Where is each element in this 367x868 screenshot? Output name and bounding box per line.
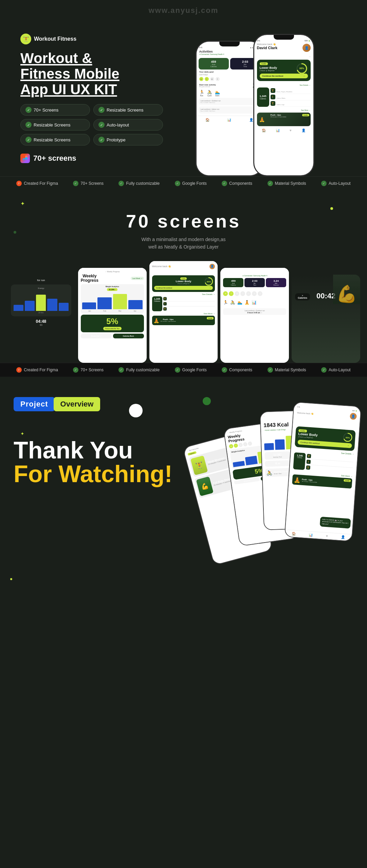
badge-prototype: ✓ Prototype	[93, 134, 163, 145]
see-details-s3[interactable]: See Details →	[202, 293, 215, 295]
feature2-components: ✓ Components	[222, 367, 252, 373]
recom-card: 🧘 Push - Ups 30 minutes ⊙ Intermediate C…	[257, 113, 311, 126]
bar-feb	[97, 297, 111, 309]
check-dot: ✓	[321, 181, 327, 186]
continue-btn-s3[interactable]: Continue the workout →	[154, 286, 213, 290]
badge-label: Prototype	[107, 137, 126, 142]
bar-1	[14, 305, 23, 311]
badge-label: Auto-layout	[107, 122, 129, 127]
day-mon: M	[223, 291, 228, 296]
greet-s4: Welcome back 👋	[297, 411, 313, 415]
check-dot-2: ✓	[222, 367, 227, 373]
brand-icon: 🏋	[20, 34, 31, 44]
avatar-s4: 👤	[350, 413, 357, 420]
check-dot: ✓	[222, 181, 227, 186]
lunges-cal: 25kcal	[304, 96, 310, 98]
feature-bar-1: F Created For Figma ✓ 70+ Screens ✓ Full…	[0, 176, 367, 190]
nav-home-s4[interactable]: 🏠	[292, 532, 296, 536]
day-circle-thu: T	[216, 77, 220, 81]
stat-s4-1: 459 Kcal Calories	[223, 278, 243, 287]
check-dot-2: ✓	[118, 367, 124, 373]
activity-lunges: 🚶 Lunges Calves, Glutes 25kcal	[271, 94, 311, 100]
nav-chart-s4[interactable]: 📊	[309, 533, 313, 537]
check-dot-2: ✓	[73, 367, 78, 373]
svg-point-2	[25, 157, 27, 160]
see-more[interactable]: See More →	[301, 109, 310, 111]
nav-home-icon[interactable]: 🏠	[205, 118, 209, 122]
feature2-label: Fully customizable	[126, 368, 160, 372]
last-workout2-time: Nov 11 2023 • 08:33 am	[201, 110, 258, 112]
swim-icon: 🏊	[215, 90, 220, 95]
recom-exercise-icon: 🧘	[257, 117, 265, 122]
circle-svg: 66%	[204, 277, 214, 286]
see-details[interactable]: See Details →	[300, 84, 311, 86]
check-dot-2: ✓	[321, 367, 327, 373]
svg-rect-4	[23, 158, 25, 160]
nav-heart-s4[interactable]: ♥	[326, 534, 328, 538]
recent-label: Recent Activity	[257, 84, 274, 86]
stat-label: Calories	[200, 65, 227, 67]
activity-pushups: 🏋 Push - Ups Boxes, Tricpes, Shoulders 1…	[271, 87, 311, 94]
bar-mar	[113, 294, 127, 309]
feature2-customizable: ✓ Fully customizable	[118, 367, 160, 373]
screens-count-title: 70 screens	[0, 211, 367, 232]
thank-yellow: For Watching!	[14, 461, 172, 487]
nav-chart2-icon[interactable]: 📊	[276, 129, 280, 132]
day-tue: T	[229, 291, 234, 296]
recom-card-s3: 🧘 Push - Ups 30 minutes • Intermediate C…	[152, 316, 215, 325]
badge-label: Resizable Screens	[34, 122, 70, 127]
workout-meta-s3: 2 hours ▲ Beginner	[154, 283, 213, 284]
nav-person-s4[interactable]: 👤	[341, 535, 345, 539]
feature-label: Google Fonts	[182, 181, 207, 186]
squats-sub: Calves, Legs	[277, 104, 303, 105]
figma-dot: F	[16, 181, 22, 186]
cycle-s4: 🚴Cycle	[230, 300, 235, 307]
stat-s4-2: 2:03 Min Time	[244, 278, 265, 287]
bar-2	[25, 301, 35, 311]
check-dot: ✓	[175, 181, 180, 186]
arrow-s3: →	[209, 287, 211, 289]
feature-figma: F Created For Figma	[16, 181, 58, 186]
check-dot: ✓	[268, 181, 273, 186]
cycle-icon: 🚴	[207, 90, 212, 95]
run-s4: 🏃Run	[223, 300, 228, 307]
screen-preview-timer: 💪 00:42 ▼ Calories	[292, 275, 360, 363]
calories-s3: 1,345 Calories	[152, 296, 162, 311]
stat-icon-s4: 📊Stat	[252, 300, 257, 307]
nav-home2-icon[interactable]: 🏠	[262, 129, 266, 132]
recom-meta-s3: 30 minutes • Intermediate	[161, 320, 176, 322]
feature-label: Fully customizable	[126, 181, 160, 186]
deco-dot-1	[330, 207, 333, 210]
nav-profile-icon[interactable]: 👤	[249, 118, 253, 122]
feature-label: 70+ Screens	[80, 181, 104, 186]
badge-check-icon: ✓	[98, 107, 105, 113]
nav-heart-icon[interactable]: ♥	[290, 129, 292, 132]
feature2-screens: ✓ 70+ Screens	[73, 367, 104, 373]
goals-list-btn[interactable]: Goals List ↗	[81, 334, 112, 338]
phone-david-clark: 9:41 WiFi 🔋 Welcome back 👋 David Clark 👤	[253, 34, 314, 176]
nav-person-icon[interactable]: 👤	[301, 129, 306, 132]
daily-sub: Last 8 days	[199, 74, 260, 76]
calories-unit: Calories	[260, 98, 266, 100]
avatar: 👤	[302, 44, 311, 52]
figma-icon	[20, 154, 30, 163]
nav-chart-icon[interactable]: 📊	[227, 118, 231, 122]
feature-symbols: ✓ Material Symbols	[268, 181, 306, 186]
time-s4: 9:41	[297, 406, 300, 408]
calories-burn-btn[interactable]: Calories Burn	[113, 334, 144, 338]
feature-autolayout: ✓ Auto-Layout	[321, 181, 351, 186]
day-sat: S	[252, 291, 257, 296]
badge-resizable1: ✓ Resizable Screens	[93, 104, 163, 116]
see-more-s3[interactable]: See More →	[204, 313, 215, 315]
activities-title: Activities	[199, 50, 213, 53]
day-wed: W	[235, 291, 239, 296]
check-dot-2: ✓	[268, 367, 273, 373]
bottom-nav-right: 🏠 📊 ♥ 👤	[257, 126, 311, 134]
day-circle-tue: T	[205, 77, 209, 81]
badge-label: 70+ Screens	[34, 107, 58, 113]
feature-bar-2: F Created For Figma ✓ 70+ Screens ✓ Full…	[0, 363, 367, 377]
day-thu: T	[240, 291, 245, 296]
screens-subtitle: With a minimalist and modern design,as w…	[0, 236, 367, 251]
recom-label: Recomendation	[257, 109, 275, 111]
recom-text: Push - Ups 30 minutes ⊙ Intermediate	[271, 114, 287, 118]
